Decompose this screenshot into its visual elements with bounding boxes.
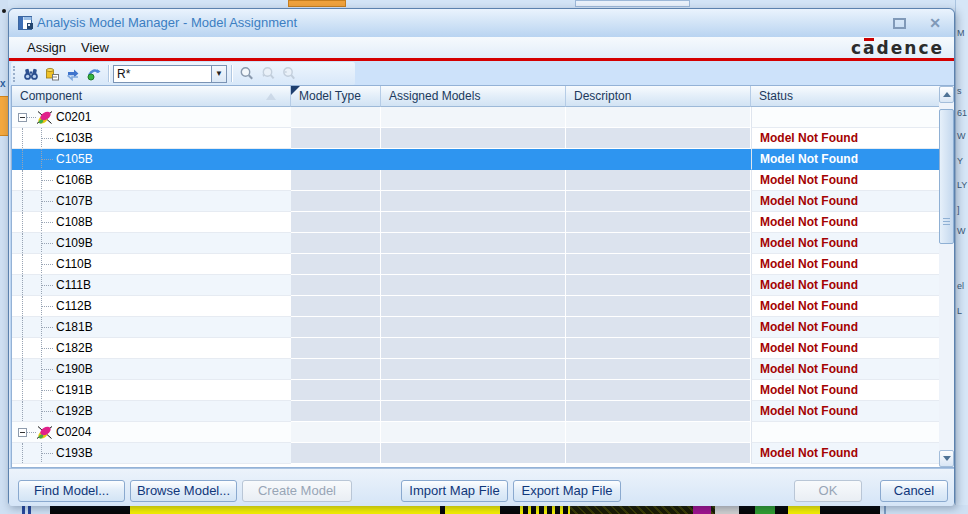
- import-map-file-button[interactable]: Import Map File: [401, 480, 508, 502]
- component-cell: C107B: [12, 191, 291, 212]
- component-label: C109B: [56, 233, 93, 253]
- component-label: C111B: [56, 275, 91, 295]
- tree-line: [41, 243, 53, 244]
- descripton-cell: [566, 359, 751, 380]
- component-row[interactable]: C109BModel Not Found: [12, 233, 939, 254]
- header-status[interactable]: Status: [751, 86, 939, 107]
- tree-line: [22, 338, 23, 358]
- filter-dropdown-button[interactable]: ▼: [211, 65, 227, 83]
- status-cell: [751, 107, 939, 128]
- model-type-cell: [291, 233, 381, 254]
- descripton-cell: [566, 149, 751, 170]
- filter-input[interactable]: [113, 65, 211, 83]
- toolbar-separator: [108, 65, 109, 82]
- collapse-toggle-icon[interactable]: [18, 428, 27, 437]
- vertical-scrollbar[interactable]: [939, 86, 954, 467]
- title-bar: Analysis Model Manager - Model Assignmen…: [9, 9, 954, 37]
- model-type-cell: [291, 317, 381, 338]
- component-label: C191B: [56, 380, 93, 400]
- tree-line: [41, 453, 53, 454]
- tree-line: [41, 348, 53, 349]
- component-row[interactable]: C105BModel Not Found: [12, 149, 939, 170]
- assigned-models-cell: [381, 233, 566, 254]
- export-map-file-button[interactable]: Export Map File: [513, 480, 621, 502]
- cadence-logo: cadence: [851, 38, 944, 58]
- cadence-logo-red-bar: [864, 38, 874, 41]
- assigned-models-cell: [381, 317, 566, 338]
- menu-view[interactable]: View: [73, 37, 117, 58]
- collapse-toggle-icon[interactable]: [18, 113, 27, 122]
- component-row[interactable]: C192BModel Not Found: [12, 401, 939, 422]
- component-row[interactable]: C111BModel Not Found: [12, 275, 939, 296]
- header-component[interactable]: Component: [12, 86, 291, 107]
- descripton-cell: [566, 317, 751, 338]
- header-model-type[interactable]: Model Type: [291, 86, 381, 107]
- scrollbar-thumb[interactable]: [939, 109, 954, 244]
- scroll-down-button[interactable]: [939, 450, 954, 467]
- scroll-up-button[interactable]: [939, 86, 954, 103]
- background-pcb-strip: [50, 505, 880, 514]
- component-label: C190B: [56, 359, 93, 379]
- component-row[interactable]: C112BModel Not Found: [12, 296, 939, 317]
- toolbar-separator-2: [231, 65, 232, 82]
- tree-line: [41, 390, 53, 391]
- sort-ascending-icon: [266, 93, 276, 100]
- descripton-cell: [566, 443, 751, 464]
- assigned-models-cell: [381, 422, 566, 443]
- assigned-models-cell: [381, 254, 566, 275]
- find-binoculars-icon[interactable]: [20, 64, 41, 84]
- background-text-fragment: M: [957, 28, 965, 38]
- assigned-models-cell: [381, 128, 566, 149]
- tree-line: [41, 159, 53, 160]
- component-row[interactable]: C191BModel Not Found: [12, 380, 939, 401]
- tree-line: [41, 201, 53, 202]
- model-copy-icon[interactable]: [41, 64, 62, 84]
- browse-model-button[interactable]: Browse Model...: [130, 480, 237, 502]
- status-cell: [751, 422, 939, 443]
- model-type-cell: [291, 170, 381, 191]
- status-cell: Model Not Found: [751, 275, 939, 296]
- component-label: C108B: [56, 212, 93, 232]
- menu-assign[interactable]: Assign: [19, 37, 74, 58]
- component-row[interactable]: C103BModel Not Found: [12, 128, 939, 149]
- zoom-forward-icon: [257, 64, 278, 84]
- zoom-icon[interactable]: [236, 64, 257, 84]
- component-label: C105B: [56, 149, 93, 169]
- apply-model-icon[interactable]: [83, 64, 104, 84]
- descripton-cell: [566, 233, 751, 254]
- maximize-button[interactable]: [893, 18, 906, 29]
- component-row[interactable]: C193BModel Not Found: [12, 443, 939, 464]
- group-row[interactable]: C0204: [12, 422, 939, 443]
- component-row[interactable]: C181BModel Not Found: [12, 317, 939, 338]
- component-row[interactable]: C110BModel Not Found: [12, 254, 939, 275]
- model-swap-icon[interactable]: [62, 64, 83, 84]
- assigned-models-cell: [381, 107, 566, 128]
- component-row[interactable]: C182BModel Not Found: [12, 338, 939, 359]
- component-row[interactable]: C106BModel Not Found: [12, 170, 939, 191]
- header-descripton[interactable]: Descripton: [566, 86, 751, 107]
- group-row[interactable]: C0201: [12, 107, 939, 128]
- close-button[interactable]: ✕: [925, 13, 945, 33]
- tree-line: [22, 212, 23, 232]
- menu-bar: Assign View cadence: [9, 37, 954, 58]
- background-text-fragment: Y: [957, 156, 963, 166]
- assigned-models-cell: [381, 275, 566, 296]
- status-cell: Model Not Found: [751, 401, 939, 422]
- component-row[interactable]: C108BModel Not Found: [12, 212, 939, 233]
- header-assigned-models[interactable]: Assigned Models: [381, 86, 566, 107]
- component-cell: C103B: [12, 128, 291, 149]
- toolbar-grip[interactable]: [13, 66, 17, 82]
- component-row[interactable]: C190BModel Not Found: [12, 359, 939, 380]
- component-cell: C105B: [12, 149, 291, 170]
- cancel-button[interactable]: Cancel: [880, 480, 948, 502]
- component-label: C0204: [56, 422, 91, 442]
- tree-line: [22, 317, 23, 337]
- find-model-button[interactable]: Find Model...: [18, 480, 125, 502]
- background-text-fragment: W: [957, 131, 966, 141]
- component-row[interactable]: C107BModel Not Found: [12, 191, 939, 212]
- component-cell: C109B: [12, 233, 291, 254]
- component-label: C103B: [56, 128, 93, 148]
- tree-line: [22, 401, 23, 421]
- status-cell: Model Not Found: [751, 443, 939, 464]
- status-cell: Model Not Found: [751, 128, 939, 149]
